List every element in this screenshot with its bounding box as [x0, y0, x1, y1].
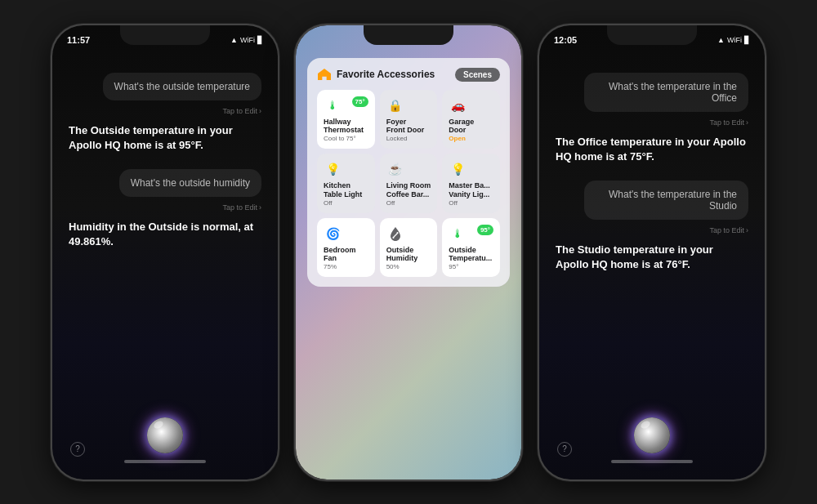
tile-status-outside-temp: 95° — [449, 263, 493, 270]
tile-status-garage: Open — [449, 135, 493, 142]
temp-badge-thermostat: 75° — [352, 96, 368, 107]
phone-3: 12:05 ▲ WiFi ▊ What's the temperature in… — [538, 24, 766, 481]
response-2: Humidity in the Outside is normal, at 49… — [69, 220, 261, 249]
time-3: 12:05 — [554, 35, 577, 45]
phone-3-screen: 12:05 ▲ WiFi ▊ What's the temperature in… — [539, 25, 765, 479]
tile-name-coffee: Living RoomCoffee Bar... — [386, 181, 431, 199]
home-bar-3 — [611, 460, 693, 463]
phone-2-screen: Favorite Accessories Scenes 🌡 75° Hallwa… — [296, 25, 521, 479]
thermostat-icon: 🌡 — [324, 96, 342, 114]
fan-icon: 🌀 — [324, 225, 342, 243]
notch-1 — [120, 25, 210, 45]
home-icon — [317, 68, 332, 81]
response-1: The Outside temperature in your Apollo H… — [69, 123, 261, 153]
outside-temp-icon: 🌡 — [449, 225, 467, 243]
coffee-bar-icon: ☕ — [386, 160, 404, 178]
notch-2 — [364, 25, 453, 45]
homekit-screen: Favorite Accessories Scenes 🌡 75° Hallwa… — [296, 25, 521, 479]
temp-badge-outside: 95° — [477, 225, 493, 235]
query-bubble-1: What's the outside temperature — [103, 73, 261, 100]
siri-orb-1[interactable] — [147, 417, 183, 453]
status-icons-1: ▲ WiFi ▊ — [230, 36, 263, 44]
tile-name-kitchen: KitchenTable Light — [324, 181, 368, 199]
tile-status-foyer: Locked — [386, 135, 431, 142]
kitchen-light-icon: 💡 — [324, 160, 342, 178]
tap-to-edit-2[interactable]: Tap to Edit › — [69, 203, 261, 212]
siri-screen-1: 11:57 ▲ WiFi ▊ What's the outside temper… — [52, 25, 278, 479]
tile-garage-door[interactable]: 🚗 GarageDoor Open — [442, 90, 500, 149]
panel-title: Favorite Accessories — [337, 69, 435, 80]
query-bubble-4: What's the temperature in the Studio — [584, 181, 748, 220]
svg-point-1 — [392, 237, 394, 239]
query-text-3: What's the temperature in the Office — [596, 81, 737, 104]
tile-status-kitchen: Off — [324, 199, 368, 207]
siri-bottom-3 — [556, 417, 748, 463]
status-icons-3: ▲ WiFi ▊ — [717, 36, 750, 44]
tile-outside-temp[interactable]: 🌡 95° OutsideTemperatu... 95° — [442, 218, 500, 278]
homekit-panel: Favorite Accessories Scenes 🌡 75° Hallwa… — [307, 58, 510, 288]
tile-outside-humidity[interactable]: OutsideHumidity 50% — [380, 218, 438, 278]
garage-icon: 🚗 — [449, 96, 467, 114]
query-text-4: What's the temperature in the Studio — [596, 189, 737, 212]
query-bubble-3: What's the temperature in the Office — [584, 73, 748, 112]
tile-kitchen-light[interactable]: 💡 KitchenTable Light Off — [317, 154, 375, 213]
tile-name-outside-temp: OutsideTemperatu... — [449, 246, 493, 264]
tile-bedroom-fan[interactable]: 🌀 BedroomFan 75% — [317, 218, 375, 278]
lock-icon: 🔒 — [386, 96, 404, 114]
tile-name-vanity: Master Ba...Vanity Lig... — [449, 181, 493, 199]
notch-3 — [607, 25, 697, 45]
tile-status-vanity: Off — [449, 199, 493, 207]
accessories-grid: 🌡 75° HallwayThermostat Cool to 75° 🔒 — [317, 90, 500, 278]
time-1: 11:57 — [67, 35, 90, 45]
scenes-button[interactable]: Scenes — [455, 68, 500, 82]
query-text-1: What's the outside temperature — [114, 81, 250, 92]
vanity-light-icon: 💡 — [449, 160, 467, 178]
homekit-header: Favorite Accessories Scenes — [317, 68, 500, 82]
tile-name-foyer: FoyerFront Door — [386, 118, 431, 136]
tile-name-fan: BedroomFan — [324, 246, 368, 264]
homekit-title-row: Favorite Accessories — [317, 68, 435, 81]
phone-1-screen: 11:57 ▲ WiFi ▊ What's the outside temper… — [52, 25, 278, 479]
tile-status-thermostat: Cool to 75° — [324, 135, 368, 142]
phone-1: 11:57 ▲ WiFi ▊ What's the outside temper… — [51, 24, 279, 481]
siri-bottom-1 — [69, 417, 261, 463]
siri-orb-3[interactable] — [634, 417, 670, 453]
response-3: The Office temperature in your Apollo HQ… — [556, 135, 748, 164]
help-icon-1[interactable]: ? — [70, 442, 85, 457]
humidity-icon — [386, 225, 404, 243]
home-bar-1 — [124, 460, 206, 463]
query-bubble-2: What's the outside humidity — [119, 169, 261, 197]
help-icon-3[interactable]: ? — [557, 442, 572, 457]
tile-name-garage: GarageDoor — [449, 118, 493, 136]
tile-status-fan: 75% — [324, 263, 368, 270]
tile-coffee-bar[interactable]: ☕ Living RoomCoffee Bar... Off — [380, 154, 438, 213]
tap-to-edit-4[interactable]: Tap to Edit › — [556, 226, 748, 234]
siri-screen-3: 12:05 ▲ WiFi ▊ What's the temperature in… — [539, 25, 765, 479]
tile-hallway-thermostat[interactable]: 🌡 75° HallwayThermostat Cool to 75° — [317, 90, 375, 149]
tile-status-coffee: Off — [386, 199, 431, 207]
tile-name-thermostat: HallwayThermostat — [324, 118, 368, 136]
phone-2: Favorite Accessories Scenes 🌡 75° Hallwa… — [294, 24, 523, 481]
svg-point-2 — [396, 232, 398, 234]
query-text-2: What's the outside humidity — [131, 177, 250, 189]
response-4: The Studio temperature in your Apollo HQ… — [556, 243, 748, 272]
tile-status-humidity: 50% — [386, 263, 431, 270]
tile-foyer-door[interactable]: 🔒 FoyerFront Door Locked — [380, 90, 438, 149]
tap-to-edit-1[interactable]: Tap to Edit › — [69, 107, 261, 115]
tile-vanity-light[interactable]: 💡 Master Ba...Vanity Lig... Off — [442, 154, 500, 213]
tile-name-humidity: OutsideHumidity — [386, 246, 431, 264]
tap-to-edit-3[interactable]: Tap to Edit › — [556, 118, 748, 127]
